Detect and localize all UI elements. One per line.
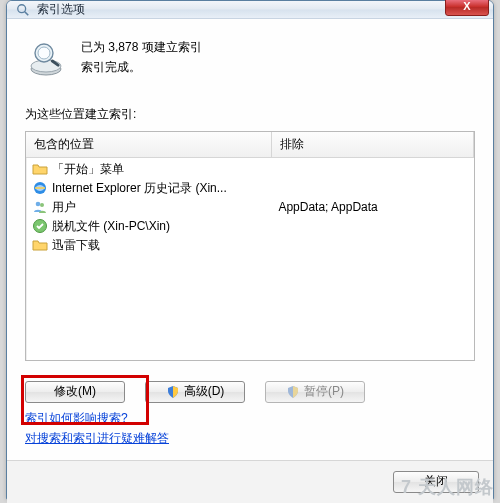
list-item-excluded (272, 161, 474, 178)
indexing-options-dialog: 索引选项 X 已为 3,878 项建立索引 索引完成。 为这些位置建立索引: (6, 0, 494, 500)
svg-point-8 (36, 202, 41, 207)
list-item-excluded (272, 237, 474, 254)
list-item-label: 用户 (52, 199, 76, 216)
locations-label: 为这些位置建立索引: (25, 106, 475, 123)
list-item-excluded (272, 180, 474, 197)
search-glass-icon (15, 2, 31, 18)
list-body: 「开始」菜单 Internet Explorer 历史记录 (Xin... 用户 (26, 158, 474, 360)
action-button-row: 修改(M) 高级(D) 暂停(P) (25, 381, 475, 403)
list-item-label: Internet Explorer 历史记录 (Xin... (52, 180, 227, 197)
close-dialog-button[interactable]: 关闭 (393, 471, 479, 493)
status-text: 已为 3,878 项建立索引 索引完成。 (81, 35, 202, 78)
list-item-label: 迅雷下载 (52, 237, 100, 254)
svg-point-0 (18, 4, 26, 12)
list-item[interactable]: 迅雷下载 (26, 236, 474, 255)
modify-button[interactable]: 修改(M) (25, 381, 125, 403)
link-how-indexing-affects-search[interactable]: 索引如何影响搜索? (25, 410, 475, 427)
list-item[interactable]: Internet Explorer 历史记录 (Xin... (26, 179, 474, 198)
status-row: 已为 3,878 项建立索引 索引完成。 (25, 35, 475, 78)
list-header: 包含的位置 排除 (26, 132, 474, 158)
list-item-excluded: AppData; AppData (272, 199, 474, 216)
window-title: 索引选项 (37, 1, 85, 18)
svg-line-1 (25, 11, 29, 15)
indexed-count-line: 已为 3,878 项建立索引 (81, 37, 202, 57)
advanced-button[interactable]: 高级(D) (145, 381, 245, 403)
svg-point-5 (38, 47, 50, 59)
folder-icon (32, 161, 48, 177)
offline-files-icon (32, 218, 48, 234)
column-excluded[interactable]: 排除 (272, 132, 474, 157)
list-item[interactable]: 用户 AppData; AppData (26, 198, 474, 217)
indexing-status-icon (25, 35, 67, 77)
close-button[interactable]: X (445, 0, 489, 16)
column-included[interactable]: 包含的位置 (26, 132, 272, 157)
list-item[interactable]: 「开始」菜单 (26, 160, 474, 179)
pause-button[interactable]: 暂停(P) (265, 381, 365, 403)
uac-shield-icon (286, 385, 300, 399)
help-links: 索引如何影响搜索? 对搜索和索引进行疑难解答 (25, 407, 475, 450)
client-area: 已为 3,878 项建立索引 索引完成。 为这些位置建立索引: 包含的位置 排除… (7, 19, 493, 460)
folder-icon (32, 237, 48, 253)
button-label: 暂停(P) (304, 383, 344, 400)
link-troubleshoot-search[interactable]: 对搜索和索引进行疑难解答 (25, 430, 475, 447)
list-item-label: 脱机文件 (Xin-PC\Xin) (52, 218, 170, 235)
users-icon (32, 199, 48, 215)
button-label: 修改(M) (54, 383, 96, 400)
list-item-label: 「开始」菜单 (52, 161, 124, 178)
internet-explorer-icon (32, 180, 48, 196)
list-item-excluded (272, 218, 474, 235)
button-label: 关闭 (424, 473, 448, 490)
locations-list: 包含的位置 排除 「开始」菜单 Internet Explorer 历史记录 (… (25, 131, 475, 361)
dialog-footer: 关闭 (7, 460, 493, 503)
close-icon: X (463, 1, 470, 12)
uac-shield-icon (166, 385, 180, 399)
titlebar: 索引选项 X (7, 1, 493, 19)
button-label: 高级(D) (184, 383, 225, 400)
indexing-complete-line: 索引完成。 (81, 57, 202, 77)
svg-point-9 (40, 203, 44, 207)
list-item[interactable]: 脱机文件 (Xin-PC\Xin) (26, 217, 474, 236)
